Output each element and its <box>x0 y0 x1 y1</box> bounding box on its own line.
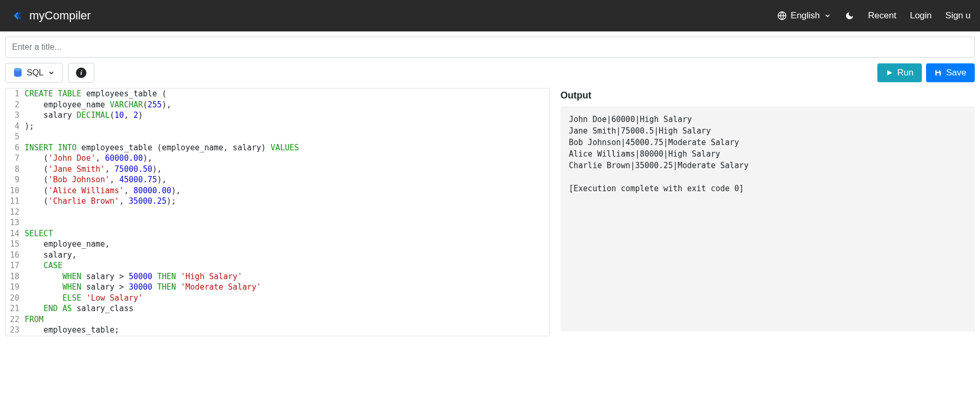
line-content: ); <box>25 121 34 132</box>
toolbar: SQL i Run Save <box>0 63 980 88</box>
brand-logo[interactable]: myCompiler <box>9 8 91 23</box>
code-line[interactable]: 15 employee_name, <box>6 239 549 250</box>
brand-icon <box>9 8 24 23</box>
line-number: 22 <box>6 314 25 325</box>
language-selector[interactable]: English <box>777 10 832 21</box>
toolbar-left: SQL i <box>5 63 94 83</box>
line-content: CREATE TABLE employees_table ( <box>25 89 167 100</box>
code-lines: 1CREATE TABLE employees_table (2 employe… <box>6 89 549 336</box>
line-content: SELECT <box>25 228 53 239</box>
code-line[interactable]: 9 ('Bob Johnson', 45000.75), <box>6 174 549 185</box>
line-number: 6 <box>6 142 25 153</box>
code-line[interactable]: 19 WHEN salary > 30000 THEN 'Moderate Sa… <box>6 282 549 293</box>
line-content: ('Charlie Brown', 35000.25); <box>25 196 176 207</box>
line-number: 8 <box>6 164 25 175</box>
code-line[interactable]: 4); <box>6 121 549 132</box>
line-number: 21 <box>6 303 25 314</box>
line-number: 16 <box>6 250 25 261</box>
line-number: 18 <box>6 271 25 282</box>
language-label: English <box>791 10 820 21</box>
line-content: WHEN salary > 50000 THEN 'High Salary' <box>25 271 242 282</box>
line-number: 11 <box>6 196 25 207</box>
line-number: 14 <box>6 228 25 239</box>
line-number: 2 <box>6 100 25 111</box>
info-icon: i <box>76 68 86 78</box>
line-number: 7 <box>6 153 25 164</box>
code-line[interactable]: 5 <box>6 131 549 142</box>
code-line[interactable]: 12 <box>6 207 549 218</box>
line-content: ('Alice Williams', 80000.00), <box>25 185 181 196</box>
line-number: 4 <box>6 121 25 132</box>
code-line[interactable]: 18 WHEN salary > 50000 THEN 'High Salary… <box>6 271 549 282</box>
line-number: 1 <box>6 89 25 100</box>
code-line[interactable]: 14SELECT <box>6 228 549 239</box>
line-number: 20 <box>6 293 25 304</box>
language-dropdown-label: SQL <box>27 68 43 78</box>
line-number: 13 <box>6 217 25 228</box>
play-icon <box>886 69 893 76</box>
line-number: 3 <box>6 110 25 121</box>
brand-name: myCompiler <box>29 9 91 23</box>
language-dropdown[interactable]: SQL <box>5 63 63 83</box>
line-content: ELSE 'Low Salary' <box>25 293 143 304</box>
code-line[interactable]: 8 ('Jane Smith', 75000.50), <box>6 164 549 175</box>
svg-marker-6 <box>887 70 892 76</box>
title-container <box>0 31 980 63</box>
code-line[interactable]: 20 ELSE 'Low Salary' <box>6 293 549 304</box>
line-content: END AS salary_class <box>25 303 134 314</box>
line-number: 15 <box>6 239 25 250</box>
title-input[interactable] <box>5 37 975 58</box>
line-content: ('Jane Smith', 75000.50), <box>25 164 162 175</box>
code-line[interactable]: 7 ('John Doe', 60000.00), <box>6 153 549 164</box>
line-content: WHEN salary > 30000 THEN 'Moderate Salar… <box>25 282 261 293</box>
code-line[interactable]: 10 ('Alice Williams', 80000.00), <box>6 185 549 196</box>
code-line[interactable]: 6INSERT INTO employees_table (employee_n… <box>6 142 549 153</box>
topbar: myCompiler English Recent Login Sign u <box>0 0 980 31</box>
nav-signup-label: Sign u <box>945 10 971 21</box>
top-nav: English Recent Login Sign u <box>777 10 971 21</box>
svg-point-5 <box>14 68 21 71</box>
code-editor[interactable]: 1CREATE TABLE employees_table (2 employe… <box>5 88 550 336</box>
info-button[interactable]: i <box>68 63 94 83</box>
line-number: 10 <box>6 185 25 196</box>
nav-login[interactable]: Login <box>910 10 932 21</box>
run-button[interactable]: Run <box>877 63 922 82</box>
save-button-label: Save <box>946 68 966 78</box>
code-line[interactable]: 21 END AS salary_class <box>6 303 549 314</box>
dark-mode-toggle[interactable] <box>845 11 854 20</box>
save-button[interactable]: Save <box>926 63 975 82</box>
line-number: 9 <box>6 174 25 185</box>
line-content: employees_table; <box>25 325 119 336</box>
line-number: 12 <box>6 207 25 218</box>
globe-icon <box>777 11 787 20</box>
code-line[interactable]: 1CREATE TABLE employees_table ( <box>6 89 549 100</box>
line-number: 17 <box>6 260 25 271</box>
line-number: 19 <box>6 282 25 293</box>
line-content: INSERT INTO employees_table (employee_na… <box>25 142 299 153</box>
line-content: FROM <box>25 314 43 325</box>
main-panes: 1CREATE TABLE employees_table (2 employe… <box>0 88 980 336</box>
code-line[interactable]: 11 ('Charlie Brown', 35000.25); <box>6 196 549 207</box>
save-icon <box>934 69 942 76</box>
nav-login-label: Login <box>910 10 932 21</box>
code-line[interactable]: 13 <box>6 217 549 228</box>
code-line[interactable]: 2 employee_name VARCHAR(255), <box>6 100 549 111</box>
code-line[interactable]: 22FROM <box>6 314 549 325</box>
chevron-down-icon <box>48 69 55 76</box>
database-icon <box>13 68 23 78</box>
line-content: ('John Doe', 60000.00), <box>25 153 152 164</box>
nav-signup[interactable]: Sign u <box>945 10 971 21</box>
nav-recent-label: Recent <box>868 10 896 21</box>
svg-rect-8 <box>937 73 940 76</box>
code-line[interactable]: 17 CASE <box>6 260 549 271</box>
nav-recent[interactable]: Recent <box>868 10 896 21</box>
run-button-label: Run <box>897 68 913 78</box>
line-content: salary DECIMAL(10, 2) <box>25 110 143 121</box>
code-line[interactable]: 3 salary DECIMAL(10, 2) <box>6 110 549 121</box>
line-content: salary, <box>25 250 76 261</box>
line-content: CASE <box>25 260 62 271</box>
output-pane: Output John Doe|60000|High Salary Jane S… <box>560 88 975 336</box>
code-line[interactable]: 16 salary, <box>6 250 549 261</box>
line-content: ('Bob Johnson', 45000.75), <box>25 174 167 185</box>
code-line[interactable]: 23 employees_table; <box>6 325 549 336</box>
